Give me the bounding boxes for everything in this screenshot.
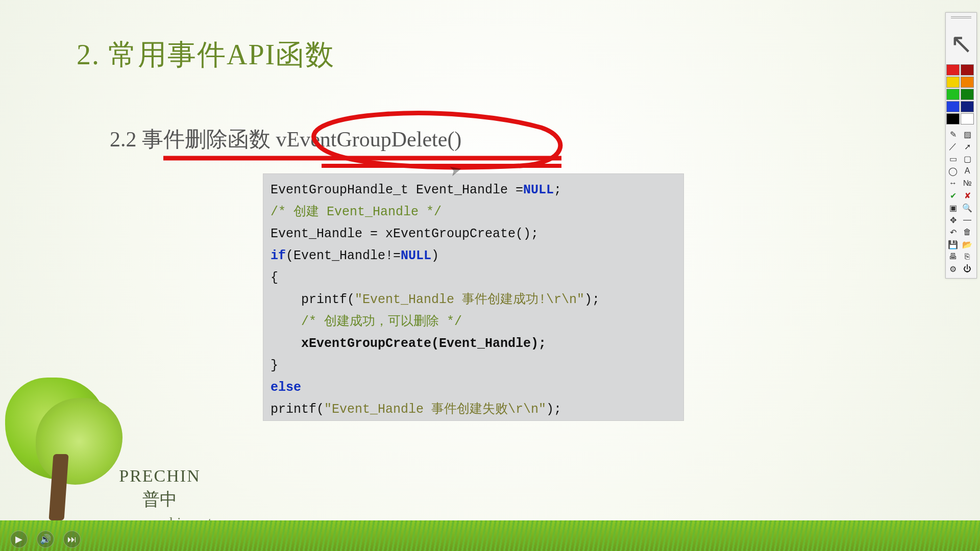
annotation-toolbar[interactable]: ↖ ✎ ▨ ／ ➚ ▭ ▢ ◯ A ↔ № ✔ ✘ <box>945 12 977 279</box>
hresize-tool-icon[interactable]: ↔ <box>946 177 960 189</box>
undo-icon[interactable]: ↶ <box>946 226 960 238</box>
color-yellow[interactable] <box>946 77 960 88</box>
highlighter-tool-icon[interactable]: ▨ <box>960 128 974 140</box>
next-button[interactable]: ⏭ <box>63 531 81 548</box>
code-l6c: ); <box>584 292 600 307</box>
select-rect-tool-icon[interactable]: ▣ <box>946 202 960 214</box>
code-l4b: (Event_Handle!= <box>286 248 401 263</box>
decorative-grass <box>0 520 980 551</box>
code-l8: xEventGroupCreate(Event_Handle); <box>271 336 546 351</box>
color-dark-blue[interactable] <box>961 101 974 112</box>
move-tool-icon[interactable]: ✥ <box>946 214 960 226</box>
arrow-tool-icon[interactable]: ➚ <box>960 140 974 153</box>
save-icon[interactable]: 💾 <box>946 238 960 251</box>
code-l9: } <box>271 358 278 373</box>
rounded-rect-tool-icon[interactable]: ▢ <box>960 153 974 165</box>
color-green[interactable] <box>946 89 960 100</box>
close-icon[interactable]: ⏻ <box>960 263 974 275</box>
line-tool-icon[interactable]: ／ <box>946 140 960 153</box>
settings-icon[interactable]: ⚙ <box>946 263 960 275</box>
code-l4a: if <box>271 248 286 263</box>
code-l2: /* 创建 Event_Handle */ <box>271 205 442 219</box>
code-l10: else <box>271 380 301 395</box>
volume-button[interactable]: 🔊 <box>37 531 54 548</box>
minus-tool-icon[interactable]: — <box>960 214 974 226</box>
rect-tool-icon[interactable]: ▭ <box>946 153 960 165</box>
zoom-tool-icon[interactable]: 🔍 <box>960 202 974 214</box>
code-l1c: ; <box>554 183 561 197</box>
text-tool-icon[interactable]: A <box>960 165 974 177</box>
brand-cn: 普中 <box>107 488 212 511</box>
brand-en: PRECHIN <box>107 466 212 486</box>
copy-icon[interactable]: ⎘ <box>960 251 974 263</box>
pointer-tool[interactable]: ↖ <box>946 23 976 64</box>
color-white[interactable] <box>961 113 974 124</box>
cancel-icon[interactable]: ✘ <box>960 189 974 202</box>
pen-tool-icon[interactable]: ✎ <box>946 128 960 140</box>
decorative-tree <box>5 378 122 520</box>
code-l6b: "Event_Handle 事件创建成功!\r\n" <box>355 292 584 307</box>
code-l11c: ); <box>546 402 561 417</box>
code-l1b: NULL <box>523 183 554 197</box>
code-l5: { <box>271 270 278 285</box>
toolbar-grip[interactable] <box>946 13 976 23</box>
code-l6a: printf( <box>271 292 355 307</box>
color-dark-green[interactable] <box>961 89 974 100</box>
code-l1a: EventGroupHandle_t Event_Handle = <box>271 183 523 197</box>
section-title: 2.2 事件删除函数 vEventGroupDelete() <box>110 125 461 154</box>
code-block: EventGroupHandle_t Event_Handle =NULL; /… <box>263 173 684 421</box>
number-tool-icon[interactable]: № <box>960 177 974 189</box>
color-red[interactable] <box>946 64 960 76</box>
print-icon[interactable]: 🖶 <box>946 251 960 263</box>
code-l4d: ) <box>431 248 439 263</box>
code-l11b: "Event_Handle 事件创建失败\r\n" <box>324 402 546 417</box>
ellipse-tool-icon[interactable]: ◯ <box>946 165 960 177</box>
open-icon[interactable]: 📂 <box>960 238 974 251</box>
code-l11a: printf( <box>271 402 324 417</box>
media-controls: ▶ 🔊 ⏭ <box>10 531 81 548</box>
confirm-icon[interactable]: ✔ <box>946 189 960 202</box>
color-black[interactable] <box>946 113 960 124</box>
color-blue[interactable] <box>946 101 960 112</box>
color-orange[interactable] <box>961 77 974 88</box>
play-button[interactable]: ▶ <box>10 531 28 548</box>
color-dark-red[interactable] <box>961 64 974 76</box>
code-l7: /* 创建成功，可以删除 */ <box>271 314 462 329</box>
delete-icon[interactable]: 🗑 <box>960 226 974 238</box>
page-title: 2. 常用事件API函数 <box>77 36 335 74</box>
code-l4c: NULL <box>401 248 431 263</box>
code-l3: Event_Handle = xEventGroupCreate(); <box>271 227 538 241</box>
